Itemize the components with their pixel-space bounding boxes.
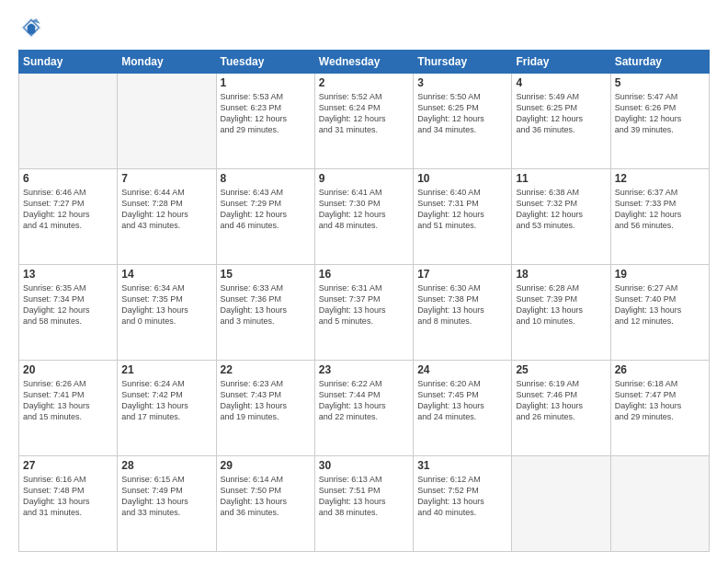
calendar-cell: 4Sunrise: 5:49 AM Sunset: 6:25 PM Daylig… bbox=[512, 74, 610, 169]
cell-info: Sunrise: 6:26 AM Sunset: 7:41 PM Dayligh… bbox=[23, 378, 113, 423]
day-number: 22 bbox=[221, 363, 311, 376]
day-number: 16 bbox=[319, 268, 409, 281]
calendar-week-row: 20Sunrise: 6:26 AM Sunset: 7:41 PM Dayli… bbox=[19, 361, 710, 456]
cell-info: Sunrise: 6:13 AM Sunset: 7:51 PM Dayligh… bbox=[319, 474, 409, 519]
calendar-cell: 26Sunrise: 6:18 AM Sunset: 7:47 PM Dayli… bbox=[610, 361, 709, 456]
cell-info: Sunrise: 6:16 AM Sunset: 7:48 PM Dayligh… bbox=[23, 474, 113, 519]
calendar-cell: 11Sunrise: 6:38 AM Sunset: 7:32 PM Dayli… bbox=[512, 169, 610, 265]
cell-info: Sunrise: 6:15 AM Sunset: 7:49 PM Dayligh… bbox=[121, 474, 211, 519]
day-number: 24 bbox=[417, 363, 507, 376]
day-number: 1 bbox=[221, 76, 311, 89]
day-header-sunday: Sunday bbox=[19, 51, 118, 74]
day-number: 4 bbox=[516, 76, 606, 89]
logo-icon bbox=[18, 15, 44, 40]
cell-info: Sunrise: 5:47 AM Sunset: 6:26 PM Dayligh… bbox=[615, 91, 705, 136]
cell-info: Sunrise: 6:43 AM Sunset: 7:29 PM Dayligh… bbox=[221, 187, 311, 232]
day-number: 3 bbox=[417, 76, 507, 89]
day-number: 20 bbox=[23, 363, 113, 376]
day-number: 11 bbox=[516, 172, 606, 185]
day-number: 7 bbox=[121, 172, 211, 185]
calendar-cell: 20Sunrise: 6:26 AM Sunset: 7:41 PM Dayli… bbox=[19, 361, 118, 456]
calendar-cell: 6Sunrise: 6:46 AM Sunset: 7:27 PM Daylig… bbox=[19, 169, 118, 265]
cell-info: Sunrise: 6:30 AM Sunset: 7:38 PM Dayligh… bbox=[417, 282, 507, 327]
day-number: 30 bbox=[319, 459, 409, 472]
calendar-cell: 31Sunrise: 6:12 AM Sunset: 7:52 PM Dayli… bbox=[414, 456, 512, 552]
day-number: 8 bbox=[221, 172, 311, 185]
cell-info: Sunrise: 6:46 AM Sunset: 7:27 PM Dayligh… bbox=[23, 187, 113, 232]
calendar-cell: 18Sunrise: 6:28 AM Sunset: 7:39 PM Dayli… bbox=[512, 265, 610, 361]
cell-info: Sunrise: 6:18 AM Sunset: 7:47 PM Dayligh… bbox=[615, 378, 705, 423]
day-number: 9 bbox=[319, 172, 409, 185]
header bbox=[18, 15, 710, 40]
day-number: 18 bbox=[516, 268, 606, 281]
cell-info: Sunrise: 6:35 AM Sunset: 7:34 PM Dayligh… bbox=[23, 282, 113, 327]
cell-info: Sunrise: 6:38 AM Sunset: 7:32 PM Dayligh… bbox=[516, 187, 606, 232]
calendar-cell bbox=[610, 456, 709, 552]
day-number: 25 bbox=[516, 363, 606, 376]
cell-info: Sunrise: 6:24 AM Sunset: 7:42 PM Dayligh… bbox=[121, 378, 211, 423]
calendar-cell: 24Sunrise: 6:20 AM Sunset: 7:45 PM Dayli… bbox=[414, 361, 512, 456]
calendar-cell bbox=[19, 74, 118, 169]
cell-info: Sunrise: 6:27 AM Sunset: 7:40 PM Dayligh… bbox=[615, 282, 705, 327]
day-number: 15 bbox=[221, 268, 311, 281]
day-number: 28 bbox=[121, 459, 211, 472]
cell-info: Sunrise: 6:22 AM Sunset: 7:44 PM Dayligh… bbox=[319, 378, 409, 423]
page: SundayMondayTuesdayWednesdayThursdayFrid… bbox=[0, 0, 728, 563]
cell-info: Sunrise: 6:20 AM Sunset: 7:45 PM Dayligh… bbox=[417, 378, 507, 423]
calendar-cell: 9Sunrise: 6:41 AM Sunset: 7:30 PM Daylig… bbox=[314, 169, 413, 265]
day-number: 10 bbox=[417, 172, 507, 185]
cell-info: Sunrise: 6:41 AM Sunset: 7:30 PM Dayligh… bbox=[319, 187, 409, 232]
calendar-week-row: 27Sunrise: 6:16 AM Sunset: 7:48 PM Dayli… bbox=[19, 456, 710, 552]
day-number: 5 bbox=[615, 76, 705, 89]
calendar-week-row: 6Sunrise: 6:46 AM Sunset: 7:27 PM Daylig… bbox=[19, 169, 710, 265]
calendar-cell: 28Sunrise: 6:15 AM Sunset: 7:49 PM Dayli… bbox=[118, 456, 216, 552]
cell-info: Sunrise: 5:52 AM Sunset: 6:24 PM Dayligh… bbox=[319, 91, 409, 136]
calendar-cell: 21Sunrise: 6:24 AM Sunset: 7:42 PM Dayli… bbox=[118, 361, 216, 456]
calendar-cell bbox=[512, 456, 610, 552]
cell-info: Sunrise: 6:14 AM Sunset: 7:50 PM Dayligh… bbox=[221, 474, 311, 519]
day-number: 27 bbox=[23, 459, 113, 472]
cell-info: Sunrise: 6:23 AM Sunset: 7:43 PM Dayligh… bbox=[221, 378, 311, 423]
day-header-thursday: Thursday bbox=[414, 51, 512, 74]
logo bbox=[18, 15, 49, 40]
cell-info: Sunrise: 5:50 AM Sunset: 6:25 PM Dayligh… bbox=[417, 91, 507, 136]
day-number: 14 bbox=[121, 268, 211, 281]
cell-info: Sunrise: 6:44 AM Sunset: 7:28 PM Dayligh… bbox=[121, 187, 211, 232]
day-header-monday: Monday bbox=[118, 51, 216, 74]
cell-info: Sunrise: 6:34 AM Sunset: 7:35 PM Dayligh… bbox=[121, 282, 211, 327]
calendar-cell: 2Sunrise: 5:52 AM Sunset: 6:24 PM Daylig… bbox=[314, 74, 413, 169]
cell-info: Sunrise: 6:31 AM Sunset: 7:37 PM Dayligh… bbox=[319, 282, 409, 327]
day-number: 31 bbox=[417, 459, 507, 472]
calendar-cell: 30Sunrise: 6:13 AM Sunset: 7:51 PM Dayli… bbox=[314, 456, 413, 552]
calendar-cell: 17Sunrise: 6:30 AM Sunset: 7:38 PM Dayli… bbox=[414, 265, 512, 361]
day-number: 23 bbox=[319, 363, 409, 376]
day-number: 21 bbox=[121, 363, 211, 376]
calendar-cell: 10Sunrise: 6:40 AM Sunset: 7:31 PM Dayli… bbox=[414, 169, 512, 265]
day-number: 6 bbox=[23, 172, 113, 185]
day-number: 12 bbox=[615, 172, 705, 185]
day-header-friday: Friday bbox=[512, 51, 610, 74]
calendar-cell: 19Sunrise: 6:27 AM Sunset: 7:40 PM Dayli… bbox=[610, 265, 709, 361]
day-number: 17 bbox=[417, 268, 507, 281]
calendar-cell: 14Sunrise: 6:34 AM Sunset: 7:35 PM Dayli… bbox=[118, 265, 216, 361]
calendar-cell: 3Sunrise: 5:50 AM Sunset: 6:25 PM Daylig… bbox=[414, 74, 512, 169]
day-number: 26 bbox=[615, 363, 705, 376]
cell-info: Sunrise: 6:28 AM Sunset: 7:39 PM Dayligh… bbox=[516, 282, 606, 327]
cell-info: Sunrise: 6:12 AM Sunset: 7:52 PM Dayligh… bbox=[417, 474, 507, 519]
cell-info: Sunrise: 6:19 AM Sunset: 7:46 PM Dayligh… bbox=[516, 378, 606, 423]
day-number: 19 bbox=[615, 268, 705, 281]
calendar-cell: 16Sunrise: 6:31 AM Sunset: 7:37 PM Dayli… bbox=[314, 265, 413, 361]
calendar-cell: 12Sunrise: 6:37 AM Sunset: 7:33 PM Dayli… bbox=[610, 169, 709, 265]
cell-info: Sunrise: 6:37 AM Sunset: 7:33 PM Dayligh… bbox=[615, 187, 705, 232]
calendar-cell bbox=[118, 74, 216, 169]
day-header-wednesday: Wednesday bbox=[314, 51, 413, 74]
cell-info: Sunrise: 6:33 AM Sunset: 7:36 PM Dayligh… bbox=[221, 282, 311, 327]
calendar-cell: 15Sunrise: 6:33 AM Sunset: 7:36 PM Dayli… bbox=[216, 265, 314, 361]
day-header-tuesday: Tuesday bbox=[216, 51, 314, 74]
day-header-saturday: Saturday bbox=[610, 51, 709, 74]
calendar-week-row: 1Sunrise: 5:53 AM Sunset: 6:23 PM Daylig… bbox=[19, 74, 710, 169]
calendar-cell: 7Sunrise: 6:44 AM Sunset: 7:28 PM Daylig… bbox=[118, 169, 216, 265]
calendar-header-row: SundayMondayTuesdayWednesdayThursdayFrid… bbox=[19, 51, 710, 74]
day-number: 2 bbox=[319, 76, 409, 89]
cell-info: Sunrise: 5:53 AM Sunset: 6:23 PM Dayligh… bbox=[221, 91, 311, 136]
